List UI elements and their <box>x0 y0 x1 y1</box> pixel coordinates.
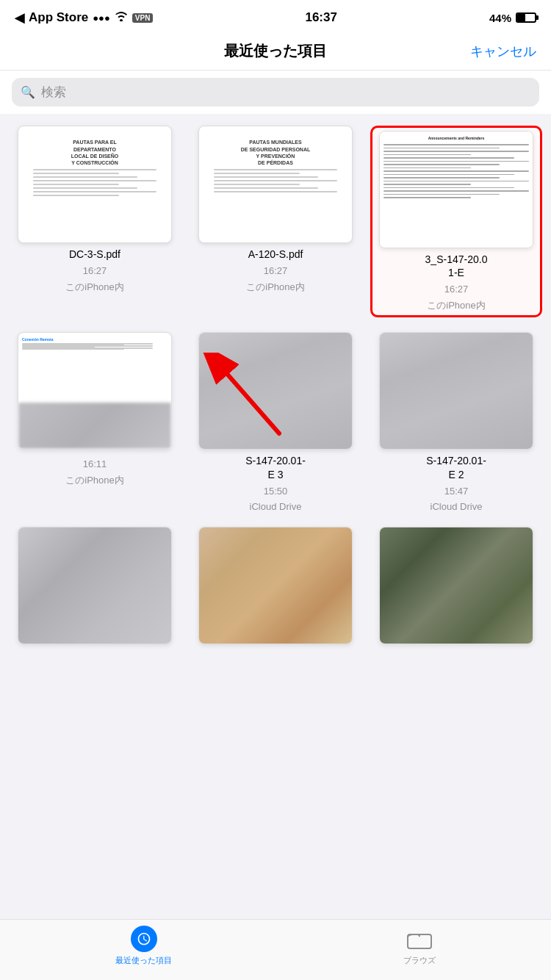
file-time: 16:27 <box>444 284 469 295</box>
tab-recents-label: 最近使った項目 <box>115 955 172 966</box>
search-placeholder: 検索 <box>41 84 66 101</box>
search-container: 🔍 検索 <box>0 71 551 114</box>
file-location: iCloud Drive <box>250 501 302 512</box>
file-thumbnail <box>379 332 533 450</box>
battery-percent: 44% <box>489 12 511 24</box>
list-item[interactable]: PAUTAS MUNDIALESDE SEGURIDAD PERSONALY P… <box>190 126 361 317</box>
list-item[interactable]: S-147-20.01-E 3 15:50 iCloud Drive <box>190 332 361 511</box>
file-location: このiPhone内 <box>246 281 304 294</box>
signal-icon: ●●● <box>93 12 110 24</box>
list-item[interactable]: Conexión Remota 16:11 このiPhone内 <box>9 332 181 511</box>
search-bar[interactable]: 🔍 検索 <box>12 78 539 107</box>
list-item[interactable] <box>9 527 181 657</box>
file-thumbnail <box>379 527 533 644</box>
status-bar: ◀ App Store ●●● VPN 16:37 44% <box>0 0 551 32</box>
wifi-icon <box>115 10 128 25</box>
carrier-label: App Store <box>29 10 88 25</box>
file-name: S-147-20.01-E 3 <box>245 454 306 480</box>
files-grid-row3 <box>9 527 542 657</box>
file-name: S-147-20.01-E 2 <box>426 454 486 480</box>
file-location: iCloud Drive <box>431 501 483 512</box>
status-time: 16:37 <box>305 10 336 25</box>
search-icon: 🔍 <box>21 85 35 99</box>
file-thumbnail <box>198 332 353 450</box>
file-thumbnail <box>198 527 353 644</box>
tab-browse[interactable]: ブラウズ <box>403 926 436 966</box>
tab-recents[interactable]: 最近使った項目 <box>115 926 172 966</box>
list-item[interactable] <box>370 527 542 657</box>
recents-icon <box>131 926 157 952</box>
file-time: 16:27 <box>83 265 107 276</box>
file-thumbnail: PAUTAS MUNDIALESDE SEGURIDAD PERSONALY P… <box>198 126 353 243</box>
file-thumbnail: Announcements and Reminders <box>379 131 533 248</box>
list-item[interactable]: Announcements and Reminders <box>370 126 542 317</box>
file-name: A-120-S.pdf <box>248 248 303 261</box>
file-time: 15:50 <box>264 486 288 497</box>
file-thumbnail <box>18 527 172 644</box>
files-grid-row2: Conexión Remota 16:11 このiPhone内 <box>9 332 542 511</box>
nav-title: 最近使った項目 <box>224 41 327 61</box>
file-time: 15:47 <box>444 486 469 497</box>
tab-browse-label: ブラウズ <box>403 955 436 966</box>
cancel-button[interactable]: キャンセル <box>470 43 536 60</box>
file-thumbnail: PAUTAS PARA ELDEPARTAMENTOLOCAL DE DISEÑ… <box>18 126 172 243</box>
file-location: このiPhone内 <box>65 281 123 294</box>
grid-section: PAUTAS PARA ELDEPARTAMENTOLOCAL DE DISEÑ… <box>0 114 551 669</box>
battery-icon <box>516 12 536 23</box>
list-item[interactable]: PAUTAS PARA ELDEPARTAMENTOLOCAL DE DISEÑ… <box>9 126 181 317</box>
list-item[interactable]: S-147-20.01-E 2 15:47 iCloud Drive <box>370 332 542 511</box>
file-name: 3_S-147-20.01-E <box>425 253 488 279</box>
file-location: このiPhone内 <box>65 474 123 487</box>
vpn-badge: VPN <box>132 13 154 23</box>
file-time: 16:27 <box>264 265 288 276</box>
file-name: DC-3-S.pdf <box>69 248 120 261</box>
main-content: PAUTAS PARA ELDEPARTAMENTOLOCAL DE DISEÑ… <box>0 114 551 735</box>
list-item[interactable] <box>190 527 361 657</box>
file-thumbnail: Conexión Remota <box>18 332 172 450</box>
browse-icon <box>406 926 433 952</box>
nav-bar: 最近使った項目 キャンセル <box>0 32 551 71</box>
back-arrow-icon: ◀ <box>15 10 24 26</box>
file-location: このiPhone内 <box>427 299 485 312</box>
status-left: ◀ App Store ●●● VPN <box>15 10 153 26</box>
tab-bar: 最近使った項目 ブラウズ <box>0 919 551 980</box>
file-time: 16:11 <box>83 458 107 469</box>
files-grid-row1: PAUTAS PARA ELDEPARTAMENTOLOCAL DE DISEÑ… <box>9 126 542 317</box>
status-right: 44% <box>489 12 536 24</box>
